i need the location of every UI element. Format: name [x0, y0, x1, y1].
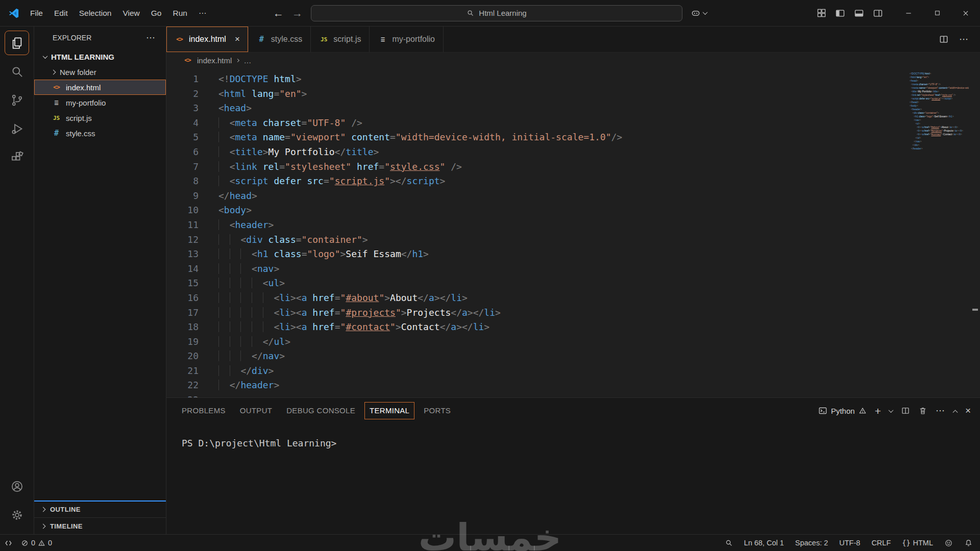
forward-icon[interactable]: → — [292, 8, 303, 18]
search-view-icon[interactable] — [5, 59, 29, 84]
split-terminal-icon[interactable] — [901, 406, 910, 415]
split-editor-icon[interactable] — [939, 34, 949, 44]
menu-more-icon[interactable]: ⋯ — [193, 5, 212, 21]
indentation[interactable]: Spaces: 2 — [795, 539, 828, 547]
menu-edit[interactable]: Edit — [48, 5, 74, 21]
tree-item-New folder[interactable]: New folder — [34, 64, 166, 80]
feedback-icon[interactable] — [944, 539, 953, 547]
toggle-sidebar-icon[interactable] — [835, 8, 845, 18]
menu-view[interactable]: View — [117, 5, 145, 21]
copilot-icon[interactable] — [691, 8, 707, 18]
breadcrumb-more[interactable]: … — [243, 56, 251, 65]
menu-run[interactable]: Run — [167, 5, 192, 21]
panel-tab-terminal[interactable]: TERMINAL — [364, 402, 414, 419]
notifications-bell-icon[interactable] — [964, 539, 973, 547]
search-box[interactable]: Html Learning — [311, 5, 682, 21]
explorer-icon[interactable] — [5, 31, 29, 55]
section-timeline[interactable]: TIMELINE — [34, 517, 166, 534]
file-file-icon: ≡ — [52, 98, 61, 107]
tree-item-script.js[interactable]: JSscript.js — [34, 110, 166, 126]
breadcrumb-file[interactable]: index.html — [197, 56, 232, 65]
code-line-8[interactable]: 8 <script defer src="script.js"></script… — [166, 174, 980, 189]
code-line-23[interactable]: 23 — [166, 393, 980, 397]
extensions-icon[interactable] — [5, 145, 29, 169]
line-content: <li><a href="#projects">Projects</a></li… — [199, 306, 501, 320]
code-line-5[interactable]: 5 <meta name="viewport" content="width=d… — [166, 130, 980, 145]
code-line-21[interactable]: 21 </div> — [166, 364, 980, 379]
code-line-15[interactable]: 15 <ul> — [166, 276, 980, 291]
code-line-11[interactable]: 11 <header> — [166, 218, 980, 233]
code-line-3[interactable]: 3<head> — [166, 101, 980, 116]
breadcrumb[interactable]: <> index.html … — [166, 53, 980, 68]
editor[interactable]: 1<!DOCTYPE html>2<html lang="en">3<head>… — [166, 68, 980, 397]
toggle-panel-icon[interactable] — [854, 8, 864, 18]
language-mode[interactable]: {} HTML — [902, 539, 933, 547]
tree-item-style.css[interactable]: #style.css — [34, 126, 166, 141]
account-icon[interactable] — [5, 474, 29, 498]
line-number: 13 — [166, 247, 199, 262]
code-line-1[interactable]: 1<!DOCTYPE html> — [166, 72, 980, 87]
customize-layout-icon[interactable] — [817, 8, 826, 18]
line-number: 4 — [166, 116, 199, 131]
menu-go[interactable]: Go — [145, 5, 167, 21]
close-tab-icon[interactable]: × — [235, 34, 240, 44]
maximize-button[interactable] — [923, 0, 951, 26]
terminal[interactable]: PS D:\project\Html Learning> — [166, 423, 980, 534]
eol-sequence[interactable]: CRLF — [871, 539, 891, 547]
minimap[interactable]: <!DOCTYPE html><html lang="en"><head> <m… — [909, 72, 969, 154]
tab-script.js[interactable]: JSscript.js — [311, 27, 370, 52]
encoding[interactable]: UTF-8 — [839, 539, 860, 547]
tree-item-my-portfolio[interactable]: ≡my-portfolio — [34, 95, 166, 110]
code-line-2[interactable]: 2<html lang="en"> — [166, 87, 980, 102]
code-line-14[interactable]: 14 <nav> — [166, 262, 980, 277]
tab-style.css[interactable]: #style.css — [249, 27, 311, 52]
code-line-20[interactable]: 20 </nav> — [166, 349, 980, 364]
code-line-19[interactable]: 19 </ul> — [166, 335, 980, 349]
problems-indicator[interactable]: 0 0 — [21, 539, 52, 547]
code-line-4[interactable]: 4 <meta charset="UTF-8" /> — [166, 116, 980, 131]
terminal-dropdown-icon[interactable] — [888, 408, 893, 413]
panel-tab-ports[interactable]: PORTS — [419, 402, 456, 419]
remote-indicator-icon[interactable] — [4, 539, 13, 547]
panel-tab-debug-console[interactable]: DEBUG CONSOLE — [281, 402, 360, 419]
panel-tab-output[interactable]: OUTPUT — [235, 402, 277, 419]
toggle-secondary-sidebar-icon[interactable] — [873, 8, 883, 18]
tab-index.html[interactable]: <>index.html× — [166, 27, 249, 52]
tab-my-portfolio[interactable]: ≡my-portfolio — [370, 27, 444, 52]
cursor-position[interactable]: Ln 68, Col 1 — [744, 539, 784, 547]
code-line-7[interactable]: 7 <link rel="stylesheet" href="style.css… — [166, 160, 980, 174]
code-line-18[interactable]: 18 <li><a href="#contact">Contact</a></l… — [166, 320, 980, 335]
menu-selection[interactable]: Selection — [74, 5, 117, 21]
code-line-13[interactable]: 13 <h1 class="logo">Seif Essam</h1> — [166, 247, 980, 262]
menu-file[interactable]: File — [24, 5, 48, 21]
line-content: <nav> — [909, 118, 969, 122]
editor-more-actions-icon[interactable]: ⋯ — [959, 34, 969, 45]
close-window-button[interactable] — [951, 0, 980, 26]
zoom-icon[interactable] — [725, 539, 733, 547]
panel-more-actions-icon[interactable]: ⋯ — [936, 405, 945, 416]
settings-gear-icon[interactable] — [5, 503, 29, 527]
code-line-10[interactable]: 10<body> — [166, 203, 980, 218]
minimize-button[interactable] — [894, 0, 923, 26]
section-outline[interactable]: OUTLINE — [34, 500, 166, 517]
terminal-shell-selector[interactable]: Python — [818, 406, 867, 415]
folder-root[interactable]: HTML LEARNING — [34, 49, 166, 64]
code-line-22[interactable]: 22 </header> — [166, 378, 980, 393]
line-number: 11 — [166, 218, 199, 233]
code-line-6[interactable]: 6 <title>My Portfolio</title> — [166, 145, 980, 160]
run-debug-icon[interactable] — [5, 116, 29, 141]
code-line-17[interactable]: 17 <li><a href="#projects">Projects</a><… — [166, 306, 980, 320]
sidebar-more-icon[interactable]: ⋯ — [146, 32, 156, 43]
line-content: <link rel="stylesheet" href="style.css" … — [199, 160, 462, 174]
close-panel-icon[interactable]: × — [965, 405, 971, 416]
maximize-panel-icon[interactable] — [952, 410, 958, 415]
code-line-16[interactable]: 16 <li><a href="#about">About</a></li> — [166, 291, 980, 306]
tree-item-index.html[interactable]: <>index.html — [34, 80, 166, 95]
panel-tab-problems[interactable]: PROBLEMS — [177, 402, 231, 419]
kill-terminal-icon[interactable] — [918, 406, 927, 415]
back-icon[interactable]: ← — [273, 8, 284, 18]
new-terminal-icon[interactable]: + — [875, 406, 881, 416]
source-control-icon[interactable] — [5, 88, 29, 112]
code-line-12[interactable]: 12 <div class="container"> — [166, 233, 980, 247]
code-line-9[interactable]: 9</head> — [166, 189, 980, 204]
